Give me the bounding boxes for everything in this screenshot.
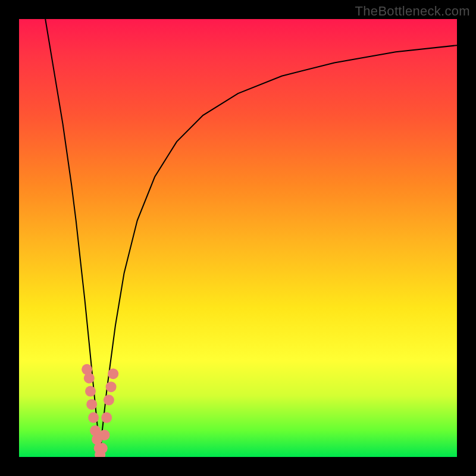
curves-svg: [19, 19, 457, 457]
data-marker: [106, 381, 117, 392]
data-marker: [108, 368, 118, 379]
data-marker: [97, 443, 108, 453]
data-marker: [85, 386, 96, 397]
data-marker: [101, 412, 112, 423]
data-marker: [84, 373, 95, 384]
curve-right-branch: [100, 45, 457, 457]
data-marker: [88, 412, 99, 423]
chart-frame: TheBottleneck.com: [0, 0, 476, 476]
data-marker: [104, 394, 114, 405]
data-marker: [99, 430, 110, 440]
plot-area: [19, 19, 457, 457]
data-marker: [86, 399, 97, 410]
watermark-text: TheBottleneck.com: [355, 4, 470, 19]
